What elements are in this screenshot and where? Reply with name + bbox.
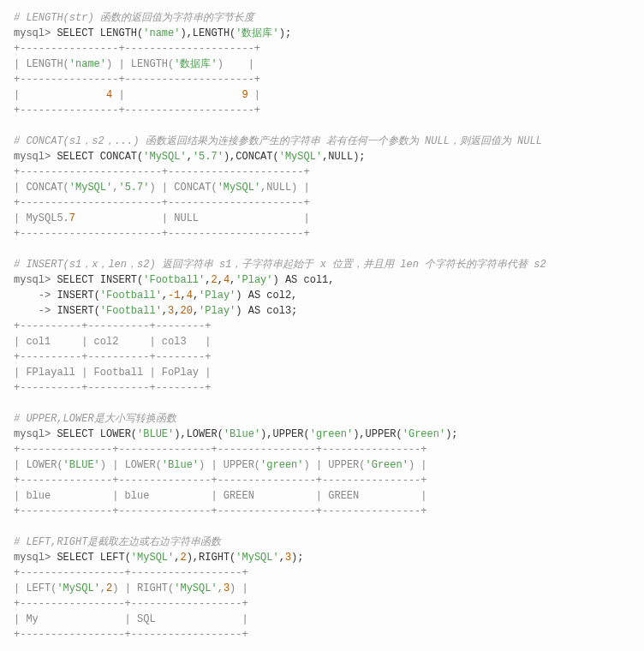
code-container: # LENGTH(str) 函数的返回值为字符串的字节长度 mysql> SEL… [14, 10, 630, 642]
text: ) | LENGTH( [106, 58, 174, 70]
table-border: +---------------+---------------+-------… [14, 444, 426, 456]
table-line: | My | SQL | [14, 613, 248, 625]
text: ) | RIGHT( [112, 582, 174, 594]
mysql-prompt: mysql> [14, 27, 57, 39]
text: , [218, 582, 224, 594]
sql-keyword: SELECT CONCAT( [57, 151, 143, 163]
text: ) | [408, 459, 427, 471]
sql-keyword: , [187, 151, 193, 163]
sql-keyword: ); [445, 428, 457, 440]
string-literal: 'Green' [366, 459, 408, 471]
sql-keyword: , [193, 290, 199, 302]
string-literal: 'MySQL' [218, 182, 260, 194]
string-literal: 'name' [143, 27, 180, 39]
text: | [14, 89, 106, 101]
sql-keyword: ),LENGTH( [180, 27, 236, 39]
string-literal: '5.7' [118, 182, 149, 194]
table-border: +----------------+---------------------+ [14, 105, 260, 116]
text: ) | [218, 58, 254, 70]
number-literal: -1 [168, 290, 180, 302]
mysql-prompt: mysql> [14, 151, 57, 163]
number-literal: 2 [180, 552, 186, 564]
number-literal: 3 [224, 582, 230, 594]
table-border: +---------------+---------------+-------… [14, 505, 426, 517]
mysql-prompt: -> [14, 305, 57, 317]
string-literal: 'MySQL' [143, 151, 186, 163]
sql-keyword: ),UPPER( [260, 428, 310, 440]
text: | LENGTH( [14, 58, 69, 70]
sql-keyword: ) AS col3; [236, 305, 297, 317]
text: | [248, 89, 260, 101]
text: ) | [230, 582, 248, 594]
sql-keyword: ,NULL); [322, 151, 365, 163]
number-literal: 2 [211, 274, 217, 286]
sql-keyword: , [193, 305, 199, 317]
table-line: | LOWER('BLUE') | LOWER('Blue') | UPPER(… [14, 459, 427, 471]
code-comment: # UPPER,LOWER是大小写转换函数 [14, 413, 176, 425]
string-literal: 'MySQL' [174, 582, 217, 594]
sql-keyword: INSERT( [57, 305, 99, 317]
code-comment: # CONCAT(sl，s2，...) 函数返回结果为连接参数产生的字符串 若有… [14, 135, 542, 147]
code-comment: # LEFT,RIGHT是截取左边或右边字符串函数 [14, 536, 221, 548]
sql-keyword: ),RIGHT( [187, 552, 236, 564]
text: ) | CONCAT( [149, 182, 217, 194]
number-literal: 4 [224, 274, 230, 286]
text: | LEFT( [14, 582, 57, 594]
number-literal: 4 [187, 290, 193, 302]
table-border: +---------------+---------------+-------… [14, 475, 426, 487]
string-literal: 'MySQL' [236, 552, 278, 564]
string-literal: '数据库' [174, 58, 217, 70]
text: | My | SQL | [14, 613, 248, 625]
sql-keyword: , [218, 274, 224, 286]
sql-keyword: ),LOWER( [174, 428, 224, 440]
string-literal: '5.7' [193, 151, 224, 163]
sql-keyword: ); [279, 27, 291, 39]
code-comment: # LENGTH(str) 函数的返回值为字符串的字节长度 [14, 12, 254, 24]
table-border: +-----------------------+---------------… [14, 197, 310, 209]
string-literal: 'name' [69, 58, 106, 70]
text: | MySQL5. [14, 212, 69, 224]
string-literal: 'Play' [199, 305, 236, 317]
sql-keyword: , [162, 305, 168, 317]
table-border: +----------------+---------------------+ [14, 43, 260, 55]
table-border: +----------------+---------------------+ [14, 74, 260, 86]
mysql-prompt: mysql> [14, 428, 57, 440]
string-literal: 'green' [260, 459, 303, 471]
table-line: | MySQL5.7 | NULL | [14, 212, 310, 224]
table-line: | LENGTH('name') | LENGTH('数据库') | [14, 58, 254, 70]
table-line: | FPlayall | Football | FoPlay | [14, 367, 211, 379]
table-line: | 4 | 9 | [14, 89, 260, 101]
sql-keyword: SELECT LENGTH( [57, 27, 143, 39]
sql-keyword: ); [291, 552, 303, 564]
table-border: +----------+----------+--------+ [14, 382, 211, 394]
string-literal: 'green' [310, 428, 353, 440]
table-border: +-----------------+------------------+ [14, 567, 248, 579]
mysql-prompt: mysql> [14, 274, 57, 286]
code-comment: # INSERT(s1，x，len，s2) 返回字符串 s1，子字符串起始于 x… [14, 259, 546, 271]
string-literal: 'BLUE' [63, 459, 100, 471]
table-border: +----------+----------+--------+ [14, 351, 211, 363]
table-border: +----------+----------+--------+ [14, 320, 211, 332]
text: ) | UPPER( [304, 459, 366, 471]
sql-keyword: ) AS col1, [273, 274, 335, 286]
mysql-prompt: mysql> [14, 552, 57, 564]
string-literal: 'BLUE' [137, 428, 174, 440]
text: ) | UPPER( [199, 459, 260, 471]
string-literal: 'MySQL' [131, 552, 174, 564]
table-border: +-----------------------+---------------… [14, 228, 310, 240]
string-literal: 'Play' [236, 274, 272, 286]
string-literal: 'MySQL' [57, 582, 99, 594]
mysql-prompt: -> [14, 290, 57, 302]
string-literal: 'Football' [143, 274, 205, 286]
sql-keyword: SELECT LEFT( [57, 552, 130, 564]
text: | CONCAT( [14, 182, 69, 194]
string-literal: 'Football' [100, 290, 162, 302]
sql-keyword: , [180, 290, 186, 302]
table-line: | CONCAT('MySQL','5.7') | CONCAT('MySQL'… [14, 182, 310, 194]
text: , [100, 582, 106, 594]
table-line: | col1 | col2 | col3 | [14, 336, 211, 348]
sql-keyword: , [279, 552, 285, 564]
string-literal: 'MySQL' [69, 182, 112, 194]
text: | col1 | col2 | col3 | [14, 336, 211, 348]
text: | [112, 89, 242, 101]
